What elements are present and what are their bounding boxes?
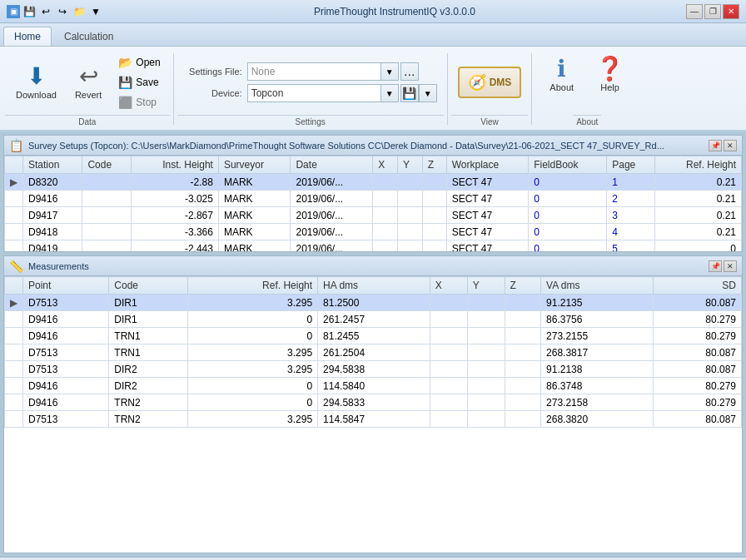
sd-cell: 80.279 [653,311,741,328]
device-action2[interactable]: ▼ [419,84,437,102]
measurements-close-btn[interactable]: ✕ [724,260,737,272]
m-col-ref-height[interactable]: Ref. Height [188,277,318,295]
table-row[interactable]: D7513 TRN2 3.295 114.5847 268.3820 80.08… [5,411,742,428]
col-inst-height[interactable]: Inst. Height [132,156,218,174]
col-date[interactable]: Date [291,156,373,174]
ha-dms-cell: 294.5833 [318,394,430,411]
table-row[interactable]: D7513 TRN1 3.295 261.2504 268.3817 80.08… [5,344,742,361]
col-station[interactable]: Station [23,156,82,174]
col-fieldbook[interactable]: FieldBook [529,156,607,174]
x-cell [373,191,398,207]
page-cell: 1 [607,174,655,191]
col-ref-height[interactable]: Ref. Height [655,156,742,174]
row-indicator [5,344,23,361]
fieldbook-cell: 0 [529,191,607,207]
restore-btn[interactable]: ❐ [704,4,721,19]
measurements-pin-btn[interactable]: 📌 [709,260,722,272]
dms-label: DMS [490,77,512,88]
table-row[interactable]: D9418 -3.366 MARK 2019/06/... SECT 47 0 … [5,224,742,240]
measurements-table-scroll[interactable]: Point Code Ref. Height HA dms X Y Z VA d… [4,276,742,553]
table-row[interactable]: D9416 TRN1 0 81.2455 273.2155 80.279 [5,328,742,344]
save-icon: 💾 [118,76,132,89]
ha-dms-cell: 261.2504 [318,344,430,361]
quick-undo-btn[interactable]: ↩ [38,4,53,19]
settings-file-label: Settings File: [184,67,242,77]
window-controls: — ❐ ✕ [686,4,739,19]
dms-button[interactable]: 🧭 DMS [458,67,522,98]
device-dropdown[interactable]: ▼ [380,84,399,102]
tab-calculation[interactable]: Calculation [53,27,124,46]
code-cell: TRN1 [109,328,188,344]
minimize-btn[interactable]: — [686,4,703,19]
table-row[interactable]: D9416 DIR2 0 114.5840 86.3748 80.279 [5,378,742,394]
table-row[interactable]: ▶ D8320 -2.88 MARK 2019/06/... SECT 47 0… [5,174,742,191]
col-z[interactable]: Z [422,156,446,174]
m-col-sd[interactable]: SD [653,277,741,295]
code-cell [82,174,132,191]
survey-close-btn[interactable]: ✕ [724,140,737,151]
col-workplace[interactable]: Workplace [446,156,528,174]
m-col-ha-dms[interactable]: HA dms [318,277,430,295]
settings-file-action[interactable]: … [400,62,419,81]
quick-save-btn[interactable]: 💾 [22,4,37,19]
va-dms-cell: 86.3748 [541,378,654,394]
device-save-btn[interactable]: 💾 [400,84,419,102]
table-row[interactable]: ▶ D7513 DIR1 3.295 81.2500 91.2135 80.08… [5,295,742,311]
col-surveyor[interactable]: Surveyor [218,156,291,174]
sep1 [173,53,174,125]
close-btn[interactable]: ✕ [723,4,739,19]
open-button[interactable]: 📂 Open [112,53,166,72]
survey-pin-btn[interactable]: 📌 [709,140,722,151]
col-code[interactable]: Code [82,156,132,174]
settings-file-dropdown[interactable]: ▼ [380,62,399,81]
row-indicator [5,191,23,207]
m-col-indicator [5,277,23,295]
title-bar-left: ▣ 💾 ↩ ↪ 📁 ▼ [7,4,103,19]
settings-file-input[interactable]: None [247,62,380,81]
code-cell: TRN1 [109,344,188,361]
y-cell [467,295,505,311]
z-cell [505,295,540,311]
va-dms-cell: 91.2138 [541,361,654,378]
stop-button[interactable]: ⬛ Stop [112,93,166,112]
quick-folder-btn[interactable]: 📁 [72,4,87,19]
download-button[interactable]: ⬇ Download [8,61,64,104]
quick-settings-btn[interactable]: ▼ [88,4,103,19]
m-col-x[interactable]: X [430,277,467,295]
table-row[interactable]: D9419 -2.443 MARK 2019/06/... SECT 47 0 … [5,240,742,252]
table-row[interactable]: D9416 -3.025 MARK 2019/06/... SECT 47 0 … [5,191,742,207]
device-value: Topcon [251,87,284,99]
m-col-z[interactable]: Z [505,277,540,295]
about-button[interactable]: ℹ About [542,53,581,97]
save-button[interactable]: 💾 Save [112,73,166,92]
device-input[interactable]: Topcon [247,84,380,102]
z-cell [422,224,446,240]
survey-table: Station Code Inst. Height Surveyor Date … [4,156,742,251]
date-cell: 2019/06/... [291,207,373,224]
col-page[interactable]: Page [607,156,655,174]
table-row[interactable]: D9416 TRN2 0 294.5833 273.2158 80.279 [5,394,742,411]
table-row[interactable]: D7513 DIR2 3.295 294.5838 91.2138 80.087 [5,361,742,378]
y-cell [467,394,505,411]
table-row[interactable]: D9416 DIR1 0 261.2457 86.3756 80.279 [5,311,742,328]
ref-height-cell: 3.295 [188,344,318,361]
quick-redo-btn[interactable]: ↪ [55,4,70,19]
table-row[interactable]: D9417 -2.867 MARK 2019/06/... SECT 47 0 … [5,207,742,224]
download-label: Download [16,90,57,100]
m-col-y[interactable]: Y [467,277,505,295]
col-y[interactable]: Y [398,156,423,174]
survey-table-scroll[interactable]: Station Code Inst. Height Surveyor Date … [4,156,742,251]
ribbon-group-about: ℹ About ❓ Help About [535,50,639,128]
col-x[interactable]: X [373,156,398,174]
m-col-code[interactable]: Code [109,277,188,295]
view-group-content: 🧭 DMS [451,50,529,115]
revert-button[interactable]: ↩ Revert [67,61,109,104]
app-title: PrimeThought InstrumentIQ v3.0.0.0 [103,6,686,17]
tab-home[interactable]: Home [3,27,52,46]
help-button[interactable]: ❓ Help [588,53,632,97]
ref-height-cell: 0 [188,378,318,394]
ref-height-cell: 0 [188,394,318,411]
m-col-point[interactable]: Point [23,277,109,295]
point-cell: D9416 [23,394,109,411]
m-col-va-dms[interactable]: VA dms [541,277,654,295]
